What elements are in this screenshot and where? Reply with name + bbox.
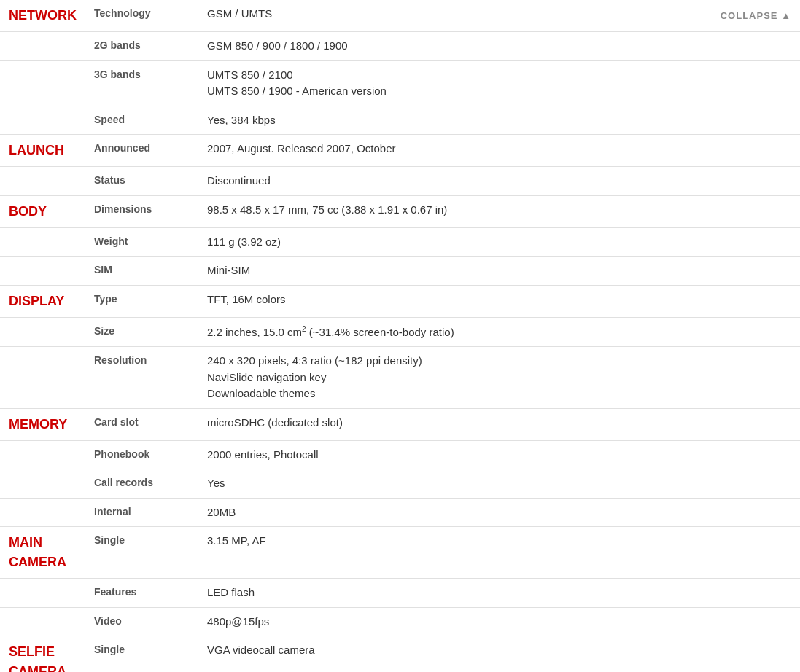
section-label-display	[0, 317, 85, 347]
field-label: Card slot	[85, 408, 198, 440]
field-value: Mini-SIM	[198, 257, 800, 286]
field-label: Phonebook	[85, 440, 198, 469]
table-row: DISPLAYTypeTFT, 16M colors	[0, 285, 800, 317]
section-label-memory	[0, 440, 85, 469]
field-value: 2007, August. Released 2007, October	[198, 135, 800, 167]
field-label: Single	[85, 527, 198, 579]
table-row: BODYDimensions98.5 x 48.5 x 17 mm, 75 cc…	[0, 195, 800, 227]
table-row: MAIN CAMERASingle3.15 MP, AF	[0, 527, 800, 579]
field-value: COLLAPSEGSM / UMTS	[198, 0, 800, 32]
table-row: SIMMini-SIM	[0, 257, 800, 286]
section-label-body: BODY	[0, 195, 85, 227]
field-value: Yes	[198, 469, 800, 499]
table-row: Call recordsYes	[0, 469, 800, 499]
section-label-launch: LAUNCH	[0, 135, 85, 167]
field-label: Video	[85, 607, 198, 636]
section-label-network	[0, 60, 85, 106]
spec-table: NETWORKTechnologyCOLLAPSEGSM / UMTS2G ba…	[0, 0, 800, 672]
field-value: 480p@15fps	[198, 607, 800, 636]
field-value: VGA videocall camera	[198, 636, 800, 673]
field-value: 3.15 MP, AF	[198, 527, 800, 579]
table-row: LAUNCHAnnounced2007, August. Released 20…	[0, 135, 800, 167]
field-value: Discontinued	[198, 167, 800, 196]
field-label: Size	[85, 317, 198, 347]
table-row: Size2.2 inches, 15.0 cm2 (~31.4% screen-…	[0, 317, 800, 347]
field-label: 2G bands	[85, 32, 198, 61]
table-row: NETWORKTechnologyCOLLAPSEGSM / UMTS	[0, 0, 800, 32]
field-value: 98.5 x 48.5 x 17 mm, 75 cc (3.88 x 1.91 …	[198, 195, 800, 227]
section-label-network: NETWORK	[0, 0, 85, 32]
collapse-button[interactable]: COLLAPSE	[721, 6, 791, 23]
section-label-display: DISPLAY	[0, 285, 85, 317]
field-value: 111 g (3.92 oz)	[198, 227, 800, 257]
section-label-network	[0, 32, 85, 61]
field-label: Status	[85, 167, 198, 196]
table-row: 2G bandsGSM 850 / 900 / 1800 / 1900	[0, 32, 800, 61]
table-row: 3G bandsUMTS 850 / 2100UMTS 850 / 1900 -…	[0, 60, 800, 106]
table-row: Internal20MB	[0, 498, 800, 527]
table-row: FeaturesLED flash	[0, 579, 800, 608]
field-label: Speed	[85, 106, 198, 135]
field-label: Call records	[85, 469, 198, 499]
field-value: LED flash	[198, 579, 800, 608]
section-label-display	[0, 347, 85, 409]
table-row: StatusDiscontinued	[0, 167, 800, 196]
section-label-launch	[0, 167, 85, 196]
field-value: UMTS 850 / 2100UMTS 850 / 1900 - America…	[198, 60, 800, 106]
table-row: Resolution240 x 320 pixels, 4:3 ratio (~…	[0, 347, 800, 409]
field-label: Resolution	[85, 347, 198, 409]
table-row: SpeedYes, 384 kbps	[0, 106, 800, 135]
table-row: SELFIE CAMERASingleVGA videocall camera	[0, 636, 800, 673]
field-value: microSDHC (dedicated slot)	[198, 408, 800, 440]
field-label: Announced	[85, 135, 198, 167]
section-label-memory: MEMORY	[0, 408, 85, 440]
field-value: TFT, 16M colors	[198, 285, 800, 317]
section-label-memory	[0, 498, 85, 527]
field-value: Yes, 384 kbps	[198, 106, 800, 135]
field-value: 2.2 inches, 15.0 cm2 (~31.4% screen-to-b…	[198, 317, 800, 347]
field-label: Dimensions	[85, 195, 198, 227]
table-row: Weight111 g (3.92 oz)	[0, 227, 800, 257]
section-label-main-camera	[0, 607, 85, 636]
table-row: MEMORYCard slotmicroSDHC (dedicated slot…	[0, 408, 800, 440]
field-label: Internal	[85, 498, 198, 527]
section-label-body	[0, 257, 85, 286]
field-label: 3G bands	[85, 60, 198, 106]
field-value: GSM 850 / 900 / 1800 / 1900	[198, 32, 800, 61]
section-label-network	[0, 106, 85, 135]
section-label-main-camera	[0, 579, 85, 608]
field-value: 2000 entries, Photocall	[198, 440, 800, 469]
section-label-memory	[0, 469, 85, 499]
field-label: Technology	[85, 0, 198, 32]
field-label: Single	[85, 636, 198, 673]
section-label-body	[0, 227, 85, 257]
field-label: Weight	[85, 227, 198, 257]
table-row: Video480p@15fps	[0, 607, 800, 636]
field-value: 20MB	[198, 498, 800, 527]
section-label-main-camera: MAIN CAMERA	[0, 527, 85, 579]
section-label-selfie-camera: SELFIE CAMERA	[0, 636, 85, 673]
field-label: Type	[85, 285, 198, 317]
field-value: 240 x 320 pixels, 4:3 ratio (~182 ppi de…	[198, 347, 800, 409]
field-label: SIM	[85, 257, 198, 286]
table-row: Phonebook2000 entries, Photocall	[0, 440, 800, 469]
field-label: Features	[85, 579, 198, 608]
